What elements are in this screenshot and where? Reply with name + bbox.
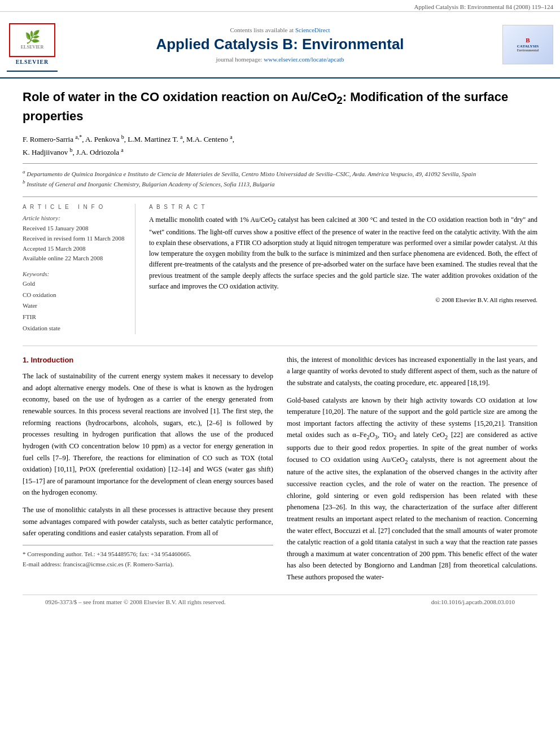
journal-reference: Applied Catalysis B: Environmental 84 (2… xyxy=(414,3,553,10)
abstract-label: A B S T R A C T xyxy=(149,204,537,210)
article-info-col: A R T I C L E I N F O Article history: R… xyxy=(23,204,135,334)
sciencedirect-link[interactable]: ScienceDirect xyxy=(295,27,330,33)
accepted-date: Accepted 15 March 2008 xyxy=(23,244,126,254)
contents-label: Contents lists available at xyxy=(230,27,294,33)
elsevier-brand-text: ELSEVIER xyxy=(16,59,49,65)
keyword-ftir: FTIR xyxy=(23,312,126,323)
received-date: Received 15 January 2008 xyxy=(23,224,126,234)
elsevier-sub: ELSEVIER xyxy=(21,45,43,50)
footer-doi: doi:10.1016/j.apcatb.2008.03.010 xyxy=(431,599,515,605)
keywords-section: Keywords: Gold CO oxidation Water FTIR O… xyxy=(23,270,126,334)
body-content: 1. Introduction The lack of sustainabili… xyxy=(23,346,537,589)
journal-homepage: journal homepage: www.elsevier.com/locat… xyxy=(69,56,491,63)
journal-title: Applied Catalysis B: Environmental xyxy=(69,36,491,53)
footer-bar: 0926-3373/$ – see front matter © 2008 El… xyxy=(23,595,537,609)
keyword-oxidation-state: Oxidation state xyxy=(23,323,126,334)
abstract-text: A metallic monolith coated with 1% Au/Ce… xyxy=(149,215,537,292)
homepage-label: journal homepage: xyxy=(216,56,262,63)
affiliation-a: Departamento de Química Inorgánica e Ins… xyxy=(27,171,476,177)
catalysis-logo: B CATALYSIS Environmental xyxy=(502,25,553,64)
keyword-gold: Gold xyxy=(23,278,126,290)
catalysis-logo-text: B CATALYSIS Environmental xyxy=(517,37,539,53)
section1-heading: 1. Introduction xyxy=(23,354,273,366)
revised-date: Received in revised form 11 March 2008 xyxy=(23,234,126,244)
intro-para-2: The use of monolithic catalysts in all t… xyxy=(23,504,273,539)
authors-line: F. Romero-Sarria a,*, A. Penkova b, L.M.… xyxy=(23,133,537,159)
intro-para-1: The lack of sustainability of the curren… xyxy=(23,370,273,499)
main-content: Role of water in the CO oxidation reacti… xyxy=(0,78,560,620)
article-info-abstract: A R T I C L E I N F O Article history: R… xyxy=(23,196,537,334)
footer-issn: 0926-3373/$ – see front matter © 2008 El… xyxy=(45,599,226,605)
article-info-label: A R T I C L E I N F O xyxy=(23,204,126,210)
affiliation-b: Institute of General and Inorganic Chemi… xyxy=(27,181,274,187)
keyword-water: Water xyxy=(23,300,126,312)
available-date: Available online 22 March 2008 xyxy=(23,254,126,264)
top-bar: Applied Catalysis B: Environmental 84 (2… xyxy=(0,0,560,12)
footnote-corresponding: * Corresponding author. Tel.: +34 954489… xyxy=(23,549,273,559)
article-history-label: Article history: xyxy=(23,215,126,221)
intro-para-4: Gold-based catalysts are known by their … xyxy=(287,395,537,583)
copyright-text: © 2008 Elsevier B.V. All rights reserved… xyxy=(149,296,537,303)
elsevier-logo-box: 🌿 ELSEVIER xyxy=(9,23,55,57)
keywords-label: Keywords: xyxy=(23,270,126,277)
affiliations: a Departamento de Química Inorgánica e I… xyxy=(23,163,537,189)
body-two-col: 1. Introduction The lack of sustainabili… xyxy=(23,354,537,589)
journal-center: Contents lists available at ScienceDirec… xyxy=(69,27,491,62)
homepage-url[interactable]: www.elsevier.com/locate/apcatb xyxy=(264,56,344,63)
keyword-co-oxidation: CO oxidation xyxy=(23,290,126,301)
body-col-left: 1. Introduction The lack of sustainabili… xyxy=(23,354,273,589)
intro-para-3: this, the interest of monolithic devices… xyxy=(287,354,537,389)
article-title: Role of water in the CO oxidation reacti… xyxy=(23,89,537,125)
sciencedirect-line: Contents lists available at ScienceDirec… xyxy=(69,27,491,33)
footnote-area: * Corresponding author. Tel.: +34 954489… xyxy=(23,545,273,569)
body-col-right: this, the interest of monolithic devices… xyxy=(287,354,537,589)
tree-icon: 🌿 xyxy=(25,31,40,43)
footnote-email: E-mail address: francisca@icmse.csic.es … xyxy=(23,559,273,569)
elsevier-logo: 🌿 ELSEVIER ELSEVIER xyxy=(7,18,58,72)
abstract-col: A B S T R A C T A metallic monolith coat… xyxy=(149,204,537,334)
journal-header: 🌿 ELSEVIER ELSEVIER Contents lists avail… xyxy=(0,12,560,78)
